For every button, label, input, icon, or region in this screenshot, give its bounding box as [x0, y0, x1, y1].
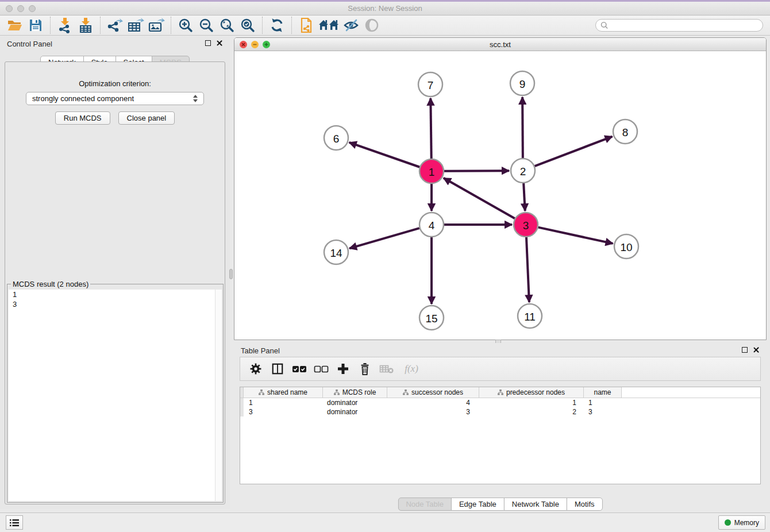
- add-row-button[interactable]: [333, 359, 353, 379]
- select-all-columns-button[interactable]: [290, 359, 309, 379]
- graph-node-label: 8: [622, 126, 629, 138]
- mcds-result-line: 1: [9, 290, 222, 299]
- tab-node-table[interactable]: Node Table: [398, 498, 452, 511]
- network-canvas[interactable]: 7968124314101511: [234, 51, 766, 340]
- table-settings-button[interactable]: [246, 359, 265, 379]
- run-mcds-button[interactable]: Run MCDS: [55, 111, 110, 125]
- window-zoom-button[interactable]: [29, 5, 36, 12]
- column-header-name[interactable]: name: [584, 387, 622, 398]
- graph-edge-2-9[interactable]: [522, 97, 523, 158]
- show-all-button[interactable]: [361, 17, 382, 34]
- delete-table-icon: [379, 364, 394, 374]
- table-panel-header: Table Panel: [234, 343, 767, 358]
- table-row[interactable]: 1dominator411: [240, 398, 760, 407]
- export-network-button[interactable]: [105, 17, 125, 34]
- fit-content-button[interactable]: [217, 17, 237, 34]
- network-document-icon: [299, 17, 314, 33]
- network-view-window: scc.txt 7968124314101511: [234, 37, 767, 340]
- network-close-button[interactable]: [240, 41, 247, 48]
- delete-table-button: [377, 359, 396, 379]
- toolbar-separator: [291, 17, 292, 34]
- table-cell: 1: [479, 399, 584, 407]
- first-neighbors-button[interactable]: [317, 17, 341, 34]
- split-column-button[interactable]: [268, 359, 287, 379]
- toolbar-separator: [50, 17, 51, 34]
- window-close-button[interactable]: [6, 5, 13, 12]
- export-table-button[interactable]: [125, 17, 146, 34]
- tab-edge-table[interactable]: Edge Table: [451, 498, 505, 511]
- tab-motifs[interactable]: Motifs: [567, 498, 603, 511]
- graph-edge-2-8[interactable]: [535, 137, 613, 167]
- deselect-all-columns-button[interactable]: [311, 359, 331, 379]
- table-header-row: shared name MCDS role successor nodes pr…: [240, 387, 760, 398]
- table-cell: dominator: [323, 399, 387, 407]
- hide-selected-button[interactable]: [341, 17, 361, 34]
- mcds-result-list[interactable]: 13: [9, 290, 222, 501]
- network-window-titlebar[interactable]: scc.txt: [234, 38, 766, 51]
- float-table-panel-icon[interactable]: [742, 347, 748, 353]
- control-panel-header: Control Panel: [0, 36, 230, 51]
- new-network-from-selection-button[interactable]: [296, 17, 317, 34]
- save-session-button[interactable]: [25, 17, 46, 34]
- node-table[interactable]: shared name MCDS role successor nodes pr…: [240, 387, 761, 484]
- table-cell: 1: [584, 399, 622, 407]
- table-row[interactable]: 3dominator323: [240, 407, 760, 417]
- graph-edge-4-14[interactable]: [349, 228, 419, 248]
- zoom-out-button[interactable]: [196, 17, 217, 34]
- status-bar: Memory: [0, 512, 770, 532]
- list-icon: [9, 519, 20, 527]
- window-minimize-button[interactable]: [17, 5, 24, 12]
- apply-layout-button[interactable]: [267, 17, 287, 34]
- export-network-icon: [107, 17, 123, 33]
- unchecked-boxes-icon: [314, 364, 329, 374]
- vertical-splitter-grip[interactable]: [229, 269, 233, 279]
- export-image-button[interactable]: [146, 17, 167, 34]
- graph-node-label: 3: [523, 219, 529, 232]
- graph-edge-3-1[interactable]: [444, 178, 515, 218]
- graph-edge-2-3[interactable]: [523, 183, 525, 211]
- search-field[interactable]: [595, 19, 763, 32]
- graph-edge-3-11[interactable]: [526, 237, 529, 302]
- column-header-successor-nodes[interactable]: successor nodes: [387, 387, 479, 398]
- mcds-result-title: MCDS result (2 nodes): [11, 280, 90, 288]
- table-cell: 3: [244, 408, 323, 416]
- column-header-mcds-role[interactable]: MCDS role: [323, 387, 387, 398]
- checked-boxes-icon: [292, 364, 307, 374]
- result-scrollbar[interactable]: [215, 290, 222, 501]
- float-panel-icon[interactable]: [205, 40, 211, 46]
- table-cell: 4: [387, 399, 479, 407]
- tab-network-table[interactable]: Network Table: [504, 498, 567, 511]
- task-history-button[interactable]: [6, 515, 23, 530]
- close-table-panel-icon[interactable]: [753, 346, 760, 353]
- open-folder-icon: [7, 18, 22, 32]
- search-input[interactable]: [608, 21, 758, 29]
- optimization-criterion-label: Optimization criterion:: [5, 79, 225, 88]
- graph-edge-3-10[interactable]: [538, 228, 613, 244]
- houses-icon: [318, 18, 339, 32]
- network-maximize-button[interactable]: [263, 41, 270, 48]
- criterion-value: strongly connected component: [32, 94, 134, 103]
- graph-edge-1-6[interactable]: [349, 142, 420, 167]
- memory-button[interactable]: Memory: [718, 515, 765, 530]
- import-table-button[interactable]: [75, 17, 96, 34]
- column-header-shared-name[interactable]: shared name: [244, 387, 323, 398]
- graph-edge-1-2[interactable]: [444, 171, 509, 171]
- close-panel-button[interactable]: Close panel: [118, 111, 175, 125]
- close-panel-icon[interactable]: [216, 40, 223, 47]
- table-toolbar: f(x): [240, 357, 761, 381]
- search-icon: [600, 21, 608, 29]
- zoom-in-button[interactable]: [175, 17, 196, 34]
- open-session-button[interactable]: [5, 17, 25, 34]
- delete-row-button[interactable]: [355, 359, 375, 379]
- network-minimize-button[interactable]: [251, 41, 259, 48]
- criterion-dropdown[interactable]: strongly connected component: [26, 92, 204, 105]
- save-icon: [29, 18, 43, 32]
- graph-node-label: 7: [428, 79, 434, 91]
- import-network-button[interactable]: [55, 17, 75, 34]
- zoom-selected-button[interactable]: [237, 17, 258, 34]
- eye-slash-icon: [343, 18, 359, 33]
- export-image-icon: [148, 17, 165, 33]
- zoom-out-icon: [199, 18, 214, 33]
- graph-edge-1-7[interactable]: [430, 98, 431, 159]
- column-header-predecessor-nodes[interactable]: predecessor nodes: [479, 387, 584, 398]
